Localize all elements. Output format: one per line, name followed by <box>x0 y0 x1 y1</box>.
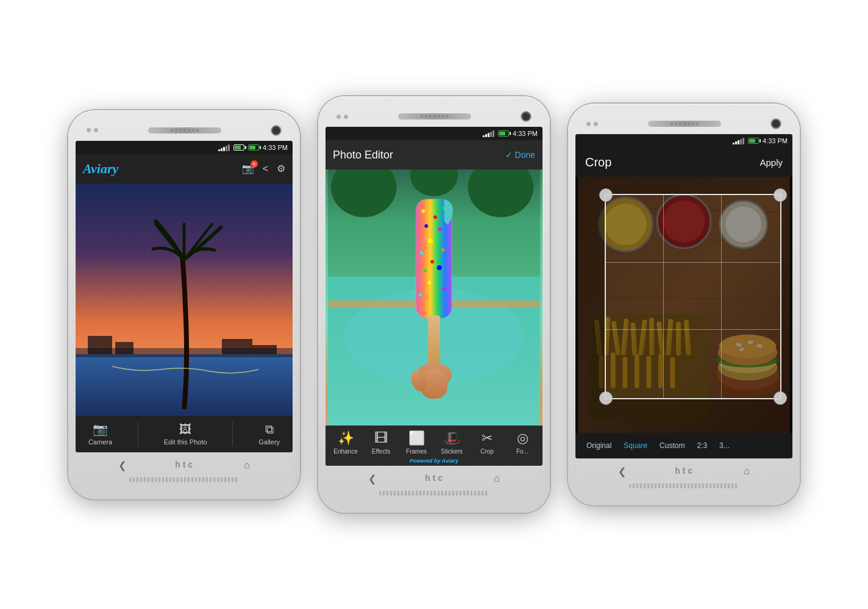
enhance-label: Enhance <box>333 448 357 455</box>
back-button-3[interactable]: ❮ <box>618 466 626 477</box>
crop-title: Crop <box>585 155 611 169</box>
svg-rect-30 <box>428 315 440 369</box>
apply-button[interactable]: Apply <box>760 157 783 168</box>
popsicle-scene <box>326 169 542 426</box>
gallery-icon[interactable]: 📷 5 <box>242 163 254 174</box>
crop-label: Crop <box>480 448 494 455</box>
notification-badge: 5 <box>251 160 258 168</box>
phone-3: 4:33 PM Crop Apply <box>568 104 800 505</box>
svg-rect-4 <box>115 342 133 354</box>
tool-focus[interactable]: ◎ Fo... <box>507 430 538 455</box>
phone-speaker-3 <box>648 121 721 127</box>
phone-screen-1: 4:33 PM Aviary 📷 5 < ⚙ <box>76 141 293 452</box>
nav-camera-label: Camera <box>88 438 112 446</box>
battery-icon-3 <box>498 130 509 137</box>
phone-camera <box>271 125 282 136</box>
crop-opt-original[interactable]: Original <box>580 439 617 452</box>
phone-bottom-1: ❮ htc ⌂ <box>76 452 293 485</box>
popsicle-photo <box>326 169 542 426</box>
share-icon[interactable]: < <box>263 163 268 174</box>
tool-frames[interactable]: ⬜ Frames <box>400 430 432 455</box>
sunset-photo <box>76 183 293 415</box>
crop-opt-23[interactable]: 2:3 <box>691 439 713 452</box>
crop-opt-custom[interactable]: Custom <box>653 439 691 452</box>
stickers-label: Stickers <box>441 448 463 455</box>
svg-point-20 <box>438 227 442 231</box>
nav-camera[interactable]: 📷 Camera <box>88 422 112 446</box>
svg-rect-57 <box>599 355 603 388</box>
svg-rect-52 <box>649 318 654 355</box>
frames-label: Frames <box>406 448 427 455</box>
back-button-2[interactable]: ❮ <box>368 473 376 485</box>
app-bar-crop: Crop Apply <box>575 148 792 177</box>
phone-1: 4:33 PM Aviary 📷 5 < ⚙ <box>68 110 300 499</box>
effects-label: Effects <box>372 448 390 455</box>
enhance-icon: ✨ <box>338 430 354 446</box>
phone-dots-left <box>87 128 98 132</box>
tool-stickers[interactable]: 🎩 Stickers <box>436 430 468 455</box>
svg-rect-6 <box>252 345 277 354</box>
bottom-speaker-3 <box>629 483 739 488</box>
svg-point-28 <box>443 287 446 290</box>
tool-enhance[interactable]: ✨ Enhance <box>330 430 361 455</box>
aviary-actions: 📷 5 < ⚙ <box>242 163 285 174</box>
food-photo <box>575 177 792 433</box>
toolbar-editor: ✨ Enhance 🎞 Effects ⬜ Frames 🎩 Stickers … <box>326 426 542 456</box>
svg-rect-5 <box>222 339 252 354</box>
effects-icon: 🎞 <box>374 430 388 446</box>
nav-edit[interactable]: 🖼 Edit this Photo <box>164 422 207 446</box>
status-bar-3: 4:33 PM <box>575 134 792 148</box>
svg-rect-61 <box>646 356 651 388</box>
svg-point-17 <box>433 215 437 219</box>
crop-opt-more[interactable]: 3... <box>713 439 736 452</box>
signal-icon-2 <box>483 130 494 137</box>
svg-rect-62 <box>658 354 663 388</box>
phone-2: 4:33 PM Photo Editor ✓ Done <box>318 96 550 513</box>
svg-rect-55 <box>676 322 681 355</box>
crop-opt-square[interactable]: Square <box>617 439 653 452</box>
home-button-3[interactable]: ⌂ <box>744 466 750 477</box>
svg-point-22 <box>420 251 424 255</box>
home-button-2[interactable]: ⌂ <box>494 473 500 485</box>
home-button[interactable]: ⌂ <box>244 460 250 471</box>
phone-nav-2: ❮ htc ⌂ <box>326 471 542 487</box>
crop-photo-area <box>575 177 792 433</box>
status-time-2: 4:33 PM <box>513 130 538 137</box>
back-button[interactable]: ❮ <box>118 460 126 471</box>
svg-point-16 <box>421 209 425 213</box>
nav-gallery[interactable]: ⧉ Gallery <box>258 422 280 446</box>
aviary-brand: Aviary <box>442 458 459 464</box>
tool-crop[interactable]: ✂ Crop <box>471 430 503 455</box>
svg-point-71 <box>719 335 777 358</box>
crop-icon: ✂ <box>482 430 493 446</box>
svg-point-21 <box>428 238 433 243</box>
phone-camera-2 <box>521 111 532 122</box>
editor-title: Photo Editor <box>333 149 393 162</box>
bottom-speaker-1 <box>129 477 239 482</box>
phone-dots-2 <box>336 115 348 119</box>
app-bar-aviary: Aviary 📷 5 < ⚙ <box>76 154 293 183</box>
svg-rect-58 <box>611 352 616 388</box>
done-label: Done <box>515 150 535 160</box>
nav-edit-label: Edit this Photo <box>164 438 207 446</box>
svg-point-25 <box>423 269 427 272</box>
focus-label: Fo... <box>516 448 528 455</box>
main-photo-aviary <box>76 183 293 415</box>
powered-by-text: Powered by <box>410 458 442 464</box>
settings-icon[interactable]: ⚙ <box>277 163 285 174</box>
signal-icon-3 <box>733 137 744 144</box>
battery-icon-4 <box>748 138 759 144</box>
phone-nav-3: ❮ htc ⌂ <box>575 463 792 480</box>
phone-speaker-2 <box>398 113 471 119</box>
svg-rect-3 <box>88 336 112 354</box>
status-bar-2: 4:33 PM <box>326 127 542 140</box>
status-time-1: 4:33 PM <box>263 144 288 151</box>
powered-by: Powered by Aviary <box>326 456 542 466</box>
htc-logo-3: htc <box>675 466 695 477</box>
phone-bottom-3: ❮ htc ⌂ <box>575 458 792 491</box>
edit-icon: 🖼 <box>179 422 191 436</box>
phone-bottom-2: ❮ htc ⌂ <box>326 466 542 498</box>
done-button[interactable]: ✓ Done <box>505 150 535 160</box>
svg-rect-60 <box>635 354 639 388</box>
tool-effects[interactable]: 🎞 Effects <box>365 430 397 455</box>
